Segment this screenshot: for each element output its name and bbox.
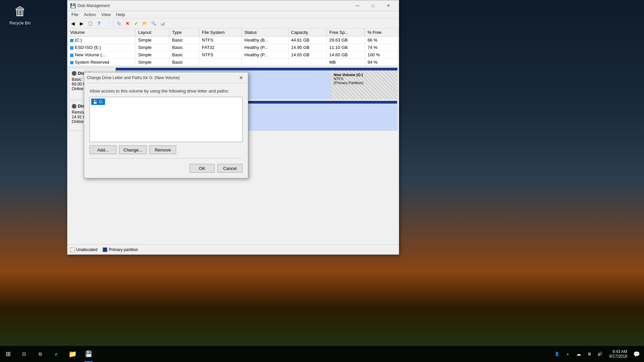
col-capacity[interactable]: Capacity <box>288 28 326 37</box>
display-icon[interactable]: 🖥 <box>585 350 593 358</box>
toolbar: ◀ ▶ 📋 ? 📄 📎 ✕ ✓ 📂 🔍 📊 <box>67 18 399 28</box>
toolbar-btn-4[interactable]: 📂 <box>141 19 149 27</box>
cell-volume: (C:) <box>67 37 136 44</box>
cell-capacity <box>288 59 326 66</box>
col-type[interactable]: Type <box>169 28 199 37</box>
maximize-button[interactable]: □ <box>365 0 381 11</box>
cell-layout: Simple <box>136 51 169 59</box>
dialog-drive-list[interactable]: 💾 G: <box>90 97 243 142</box>
network-icon[interactable]: 👤 <box>553 350 561 358</box>
cell-capacity: 14.65 GB <box>288 51 326 59</box>
volume-table-wrapper: Volume Layout Type File System Status Ca… <box>67 28 399 66</box>
cell-layout: Simple <box>136 37 169 44</box>
cell-pct: 66 % <box>365 37 398 44</box>
show-properties-button[interactable]: 📋 <box>86 19 94 27</box>
toolbar-separator-1 <box>113 20 113 27</box>
taskbar-date: 9/17/2018 <box>609 354 627 359</box>
col-volume[interactable]: Volume <box>67 28 136 37</box>
cell-pct: 94 % <box>365 59 398 66</box>
dialog-selected-drive: G: <box>99 99 104 104</box>
cell-layout: Simple <box>136 59 169 66</box>
cell-pct: 100 % <box>365 51 398 59</box>
cancel-button[interactable]: Cancel <box>217 164 243 173</box>
cell-type: Basic <box>169 59 199 66</box>
volume-icon[interactable]: 🔊 <box>596 350 604 358</box>
recycle-bin-label: Recycle Bin <box>9 21 31 25</box>
window-titlebar: 💾 Disk Management — □ ✕ <box>67 0 399 11</box>
cell-type: Basic <box>169 37 199 44</box>
recycle-bin-image: 🗑 <box>12 3 28 19</box>
change-button[interactable]: Change... <box>119 145 147 154</box>
cell-volume: ESD-ISO (E:) <box>67 44 136 51</box>
help-button[interactable]: ? <box>95 19 103 27</box>
legend-unallocated-label: Unallocated <box>76 247 97 252</box>
table-row[interactable]: System Reserved Simple Basic MB 94 % <box>67 59 399 66</box>
cloud-icon[interactable]: ☁ <box>575 350 583 358</box>
window-icon: 💾 <box>70 3 75 8</box>
close-button[interactable]: ✕ <box>381 0 396 11</box>
cell-volume: New Volume (... <box>67 51 136 59</box>
legend-unallocated-swatch <box>70 247 75 252</box>
legend-bar: Unallocated Primary partition <box>67 244 399 254</box>
add-button[interactable]: Add... <box>90 145 116 154</box>
cell-type: Basic <box>169 51 199 59</box>
delete-button[interactable]: ✕ <box>123 19 131 27</box>
dialog-close-button[interactable]: ✕ <box>237 74 245 82</box>
notifications-icon[interactable]: 💬 <box>633 350 641 358</box>
remove-button[interactable]: Remove <box>149 145 176 154</box>
menu-help[interactable]: Help <box>113 11 128 18</box>
col-layout[interactable]: Layout <box>136 28 169 37</box>
change-drive-letter-dialog: Change Drive Letter and Paths for G: (Ne… <box>84 72 248 178</box>
taskbar-diskmgmt[interactable]: 💾 <box>80 346 97 362</box>
cell-fs <box>199 59 241 66</box>
legend-primary-label: Primary partition <box>109 247 138 252</box>
disk-0-g-volume[interactable]: New Volume (G:) NTFS (Primary Partition) <box>331 71 397 99</box>
table-row[interactable]: New Volume (... Simple Basic NTFS Health… <box>67 51 399 59</box>
taskbar-explorer[interactable]: 📁 <box>64 346 80 362</box>
menu-view[interactable]: View <box>99 11 113 18</box>
taskbar-right: 👤 ∧ ☁ 🖥 🔊 9:43 AM 9/17/2018 💬 <box>553 346 644 362</box>
disk-0-bar <box>116 68 397 70</box>
legend-primary-swatch <box>103 247 107 252</box>
menu-action[interactable]: Action <box>81 11 99 18</box>
legend-unallocated: Unallocated <box>70 247 97 252</box>
cell-type: Basic <box>169 44 199 51</box>
dialog-body: Allow access to this volume by using the… <box>84 83 248 178</box>
disk-properties-button[interactable]: 📎 <box>115 19 123 27</box>
col-free[interactable]: Free Sp... <box>326 28 365 37</box>
back-button[interactable]: ◀ <box>69 19 77 27</box>
window-controls: — □ ✕ <box>350 0 396 11</box>
dialog-titlebar: Change Drive Letter and Paths for G: (Ne… <box>84 72 248 83</box>
col-filesystem[interactable]: File System <box>199 28 241 37</box>
taskbar-taskview[interactable]: ⧉ <box>32 346 48 362</box>
table-row[interactable]: (C:) Simple Basic NTFS Healthy (B... 44.… <box>67 37 399 44</box>
find-button[interactable]: 🔍 <box>150 19 158 27</box>
recycle-bin-icon[interactable]: 🗑 Recycle Bin <box>7 3 34 25</box>
ok-button[interactable]: OK <box>190 164 215 173</box>
taskbar-search[interactable]: ⊡ <box>16 346 32 362</box>
cell-status: Healthy (B... <box>241 37 288 44</box>
start-button[interactable]: ⊞ <box>0 346 16 362</box>
taskbar-edge[interactable]: e <box>48 346 64 362</box>
minimize-button[interactable]: — <box>350 0 365 11</box>
dialog-drive-item-g[interactable]: 💾 G: <box>91 99 105 105</box>
col-status[interactable]: Status <box>241 28 288 37</box>
extend-volume-button[interactable]: 📄 <box>104 19 112 27</box>
expand-icon[interactable]: ∧ <box>564 350 572 358</box>
cell-status: Healthy (P... <box>241 44 288 51</box>
forward-button[interactable]: ▶ <box>77 19 86 27</box>
menu-file[interactable]: File <box>69 11 81 18</box>
taskbar-clock[interactable]: 9:43 AM 9/17/2018 <box>607 349 630 359</box>
cell-free: 11.10 GB <box>326 44 365 51</box>
col-pctfree[interactable]: % Free <box>365 28 398 37</box>
window-title: Disk Management <box>77 3 350 8</box>
dialog-ok-cancel: OK Cancel <box>90 161 243 173</box>
cell-fs: NTFS <box>199 51 241 59</box>
table-row[interactable]: ESD-ISO (E:) Simple Basic FAT32 Healthy … <box>67 44 399 51</box>
toolbar-btn-5[interactable]: 📊 <box>158 19 166 27</box>
taskbar-time: 9:43 AM <box>612 349 627 354</box>
cell-free: 14.60 GB <box>326 51 365 59</box>
check-button[interactable]: ✓ <box>132 19 140 27</box>
dialog-action-buttons: Add... Change... Remove <box>90 145 243 154</box>
cell-status: Healthy (P... <box>241 51 288 59</box>
